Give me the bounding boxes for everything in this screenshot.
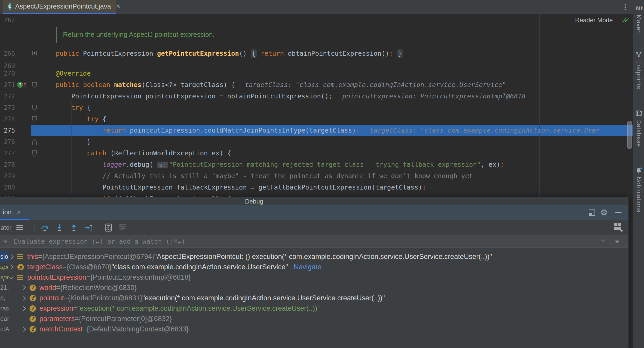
chevron-right-icon[interactable] (21, 327, 26, 331)
fold-collapse-icon[interactable] (32, 150, 37, 157)
stripe-label: Endpoints (635, 60, 642, 89)
clipped-frame-fragment: 21, (0, 282, 9, 293)
code-line: 278 logger.debug( o:"PointcutExpression … (0, 159, 633, 170)
chevron-right-icon[interactable] (21, 296, 26, 300)
inline-debugger-hint: pointcutExpression: PointcutExpressionIm… (342, 92, 526, 100)
parameter-icon: p (17, 264, 24, 270)
tab-close-icon[interactable]: × (116, 2, 120, 10)
implements-arrow-icon[interactable]: ↑ (23, 80, 27, 88)
class-file-icon: C (8, 3, 11, 10)
variable-icon (17, 275, 23, 280)
line-number: 266 (0, 48, 15, 59)
line-number: 276 (0, 136, 15, 148)
fold-collapse-icon[interactable] (32, 116, 37, 122)
code-text: return pointcutExpression.couldMatchJoin… (56, 125, 600, 136)
tab-aspectj-expression-pointcut[interactable]: C AspectJExpressionPointcut.java × (3, 0, 116, 13)
stripe-button-database[interactable]: Database (633, 110, 644, 147)
variables-tree: :29 siothis = {AspectJExpressionPointcut… (0, 248, 628, 348)
clipped-frame-fragment: sio (0, 251, 9, 262)
code-line: 266+public PointcutExpression getPointcu… (0, 48, 633, 59)
fold-collapse-icon[interactable] (32, 82, 37, 88)
line-number: 278 (0, 159, 15, 170)
watches-dropdown-icon[interactable] (615, 241, 619, 243)
code-line: 280 PointcutExpression fallbackExpressio… (0, 182, 633, 193)
field-icon: f (30, 326, 36, 332)
stripe-button-maven[interactable]: mMaven (633, 4, 644, 34)
clipped-frame-fragment: rac (0, 303, 9, 314)
variable-row[interactable]: sprpointcutExpression = {PointcutExpress… (0, 272, 628, 282)
inline-debugger-hint: targetClass: "class com.example.codingIn… (245, 81, 506, 89)
field-icon: f (30, 295, 36, 301)
chevron-right-icon[interactable] (21, 285, 26, 290)
variable-row[interactable]: 21,fworld = {ReflectionWorld@6830} (0, 282, 628, 293)
notifications-icon (635, 167, 642, 174)
clipped-frame-fragment: spr (0, 262, 9, 272)
variable-value: {Class@6670} (67, 263, 111, 271)
inline-debugger-hint: targetClass: "class com.example.codingIn… (370, 127, 600, 134)
field-icon: f (30, 305, 36, 312)
fold-expand-icon[interactable]: + (32, 51, 37, 55)
debug-window-titlebar[interactable]: Debug (0, 197, 628, 206)
code-line: 272 PointcutExpression pointcutExpressio… (0, 91, 633, 102)
run-to-cursor-icon[interactable] (84, 223, 92, 232)
editor-options-kebab-icon[interactable] (621, 2, 629, 12)
minimize-icon[interactable] (615, 212, 621, 213)
evaluate-expression-icon[interactable] (104, 223, 113, 232)
chevron-down-icon[interactable] (3, 241, 8, 243)
restore-window-icon[interactable] (589, 209, 595, 216)
fold-collapse-icon[interactable] (32, 105, 37, 111)
variable-name: pointcut (39, 294, 64, 302)
variable-value: {PointcutParameter[0]@6832} (79, 315, 172, 323)
layout-settings-icon[interactable] (119, 224, 126, 229)
variable-row[interactable]: 8,fpointcut = {KindedPointcut@6831} "exe… (0, 293, 628, 303)
debug-session-tab[interactable]: ion (3, 208, 11, 216)
add-watch-icon[interactable]: + (601, 236, 606, 245)
chevron-right-icon[interactable] (9, 254, 13, 259)
variable-row[interactable]: siothis = {AspectJExpressionPointcut@679… (0, 251, 628, 262)
line-number: 274 (0, 113, 15, 125)
variable-name: matchContext (39, 325, 83, 333)
variable-value: "AspectJExpressionPointcut: () execution… (154, 253, 492, 261)
debug-window-title: Debug (233, 198, 275, 205)
active-tab-indicator (3, 13, 116, 14)
editor-scrollbar-thumb[interactable] (627, 121, 632, 149)
stripe-button-endpoints[interactable]: Endpoints (633, 51, 644, 89)
variable-name: expression (39, 304, 73, 313)
restore-layout-icon[interactable] (614, 223, 624, 233)
chevron-right-icon[interactable] (9, 265, 13, 269)
chevron-right-icon[interactable] (21, 306, 26, 311)
evaluate-expression-input[interactable]: Evaluate expression (↵) or add a watch (… (14, 238, 185, 245)
threads-menu-icon[interactable] (16, 225, 23, 230)
variable-icon (17, 254, 23, 259)
step-over-icon[interactable] (41, 223, 49, 232)
step-into-icon[interactable] (55, 223, 63, 232)
stripe-label: Maven (635, 15, 642, 34)
variable-row[interactable]: racfexpression = "execution(* com.exampl… (0, 303, 628, 314)
javadoc-rendered-comment: Return the underlying AspectJ pointcut e… (63, 31, 214, 39)
toolbar-separator (34, 224, 35, 231)
overrides-method-icon[interactable]: I (17, 82, 23, 88)
code-line: 277 catch (ReflectionWorldException ex) … (0, 148, 633, 159)
line-number: 280 (0, 182, 15, 193)
chevron-down-icon[interactable] (9, 274, 13, 279)
step-out-icon[interactable] (70, 223, 78, 232)
code-text: @Override (56, 68, 91, 79)
gear-icon[interactable]: ⚙ (600, 207, 608, 217)
execution-line: 275 return pointcutExpression.couldMatch… (0, 125, 633, 136)
fold-end-icon[interactable] (32, 139, 37, 145)
variable-row[interactable]: ctAfmatchContext = {DefaultMatchingConte… (0, 324, 628, 334)
clipped-text-fragment: ator (1, 224, 11, 231)
stripe-button-notifications[interactable]: Notifications (633, 167, 644, 212)
navigate-link[interactable]: Navigate (294, 263, 321, 271)
javadoc-render-bar (56, 27, 57, 43)
clipped-frame-fragment: ctA (0, 324, 9, 334)
editor-tab-bar: C AspectJExpressionPointcut.java × (0, 0, 633, 14)
code-text: logger.debug( o:"PointcutExpression matc… (56, 159, 504, 170)
variable-row[interactable]: sprptargetClass = {Class@6670} "class co… (0, 262, 628, 272)
line-number: 270 (0, 68, 15, 79)
variable-row[interactable]: earfparameters = {PointcutParameter[0]@6… (0, 314, 628, 324)
code-line: 262 (0, 15, 633, 26)
line-number: 271 (0, 79, 15, 91)
debug-tab-close-icon[interactable]: × (17, 208, 21, 216)
variable-value: ... (288, 263, 294, 271)
